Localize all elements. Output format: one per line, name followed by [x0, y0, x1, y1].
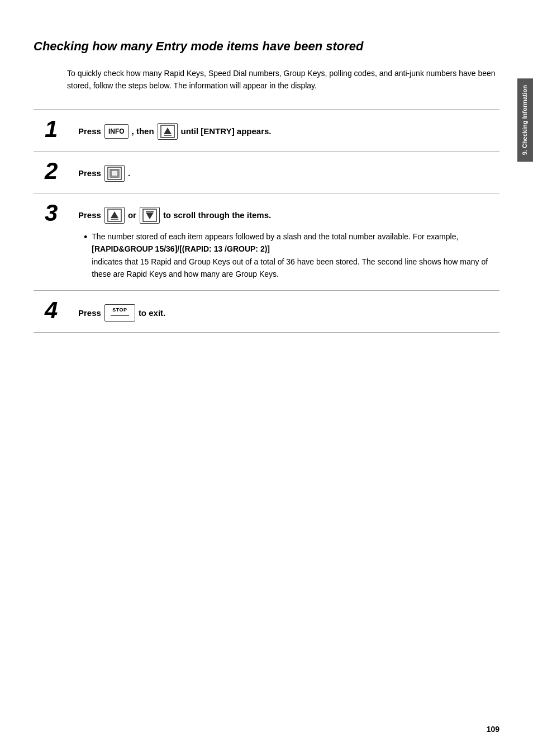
step-1-then: , then	[132, 124, 154, 139]
section-title: Checking how many Entry mode items have …	[34, 39, 499, 54]
bullet-text-1: The number stored of each item appears f…	[92, 230, 488, 281]
step-1-content: Press INFO , then until [ENTRY] appears.	[78, 120, 488, 140]
nav-down-button-3[interactable]	[140, 207, 160, 224]
nav-up-button-1[interactable]	[158, 123, 178, 140]
bullet-example: [RAPID&GROUP 15/36]/[(RAPID: 13 /GROUP: …	[92, 244, 270, 253]
step-1-press: Press	[78, 124, 101, 139]
step-3-scroll: to scroll through the items.	[163, 208, 271, 223]
step-2-number: 2	[45, 159, 78, 183]
stop-label: STOP	[111, 306, 129, 315]
step-3-number: 3	[45, 201, 78, 225]
step-3: 3 Press or	[34, 193, 499, 291]
info-button[interactable]: INFO	[104, 124, 129, 139]
step-3-or: or	[128, 208, 136, 223]
step-1-number: 1	[45, 117, 78, 141]
step-2-text: Press .	[78, 165, 488, 182]
intro-text: To quickly check how many Rapid Keys, Sp…	[67, 67, 499, 92]
step-2-press: Press	[78, 166, 101, 181]
step-4: 4 Press STOP to exit.	[34, 291, 499, 333]
step-1: 1 Press INFO , then until [ENTRY] appear	[34, 110, 499, 152]
nav-enter-button[interactable]	[104, 165, 125, 182]
nav-down-icon-3	[142, 209, 157, 222]
side-tab: 9. Checking Information	[517, 78, 533, 162]
stop-bottom	[111, 316, 129, 320]
step-4-text: Press STOP to exit.	[78, 304, 488, 321]
step-3-content: Press or	[78, 204, 488, 281]
step-4-press: Press	[78, 306, 101, 320]
step-3-press: Press	[78, 208, 101, 223]
side-tab-label: 9. Checking Information	[521, 85, 528, 155]
bullet-dot: •	[84, 230, 87, 281]
step-3-text: Press or	[78, 207, 488, 224]
step-2-period: .	[128, 166, 130, 181]
page-container: 9. Checking Information Checking how man…	[0, 0, 533, 756]
step-4-number: 4	[45, 299, 78, 322]
step-1-text: Press INFO , then until [ENTRY] appears.	[78, 123, 488, 140]
page-number: 109	[487, 725, 499, 734]
bullet-line-2: indicates that 15 Rapid and Group Keys o…	[92, 257, 488, 278]
stop-button[interactable]: STOP	[104, 304, 135, 321]
nav-enter-icon	[107, 167, 122, 180]
nav-up-icon-3	[107, 209, 122, 222]
step-3-bullets: • The number stored of each item appears…	[84, 230, 488, 281]
svg-rect-5	[111, 171, 118, 176]
step-4-content: Press STOP to exit.	[78, 301, 488, 321]
step-4-exit: to exit.	[139, 306, 165, 320]
step-2-content: Press .	[78, 162, 488, 182]
step-2: 2 Press .	[34, 152, 499, 193]
steps-container: 1 Press INFO , then until [ENTRY] appear	[34, 109, 499, 333]
nav-up-icon-1	[160, 125, 175, 138]
bullet-line-1: The number stored of each item appears f…	[92, 232, 458, 241]
nav-up-button-3[interactable]	[104, 207, 125, 224]
step-1-until: until [ENTRY] appears.	[181, 124, 272, 139]
bullet-item-1: • The number stored of each item appears…	[84, 230, 488, 281]
